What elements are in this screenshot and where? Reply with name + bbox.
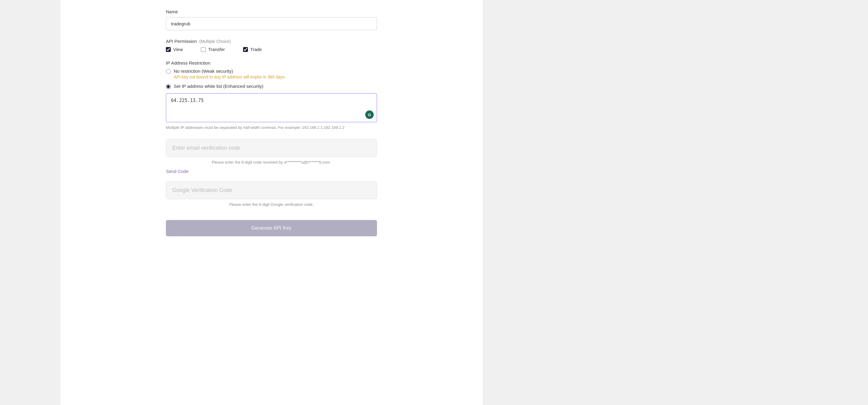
- no-restriction-radio[interactable]: [166, 69, 171, 74]
- trade-checkbox[interactable]: [243, 47, 248, 52]
- name-label: Name: [166, 9, 377, 14]
- no-restriction-radio-item[interactable]: No restriction (Weak security) API key n…: [166, 68, 377, 79]
- send-code-link[interactable]: Send Code: [166, 169, 188, 174]
- whitelist-radio-item[interactable]: Set IP address white list (Enhanced secu…: [166, 84, 377, 89]
- name-input[interactable]: [166, 17, 377, 30]
- grammarly-icon: G: [365, 111, 374, 119]
- google-code-input[interactable]: [166, 181, 377, 199]
- ip-textarea[interactable]: 64.225.13.75: [166, 93, 377, 121]
- view-checkbox-item[interactable]: View: [166, 47, 183, 52]
- trade-checkbox-item[interactable]: Trade: [243, 47, 262, 52]
- google-hint: Please enter the 6-digit Google verifica…: [166, 202, 377, 207]
- name-field-group: Name: [166, 9, 377, 30]
- page-wrapper: Name API Permission (Multiple Choice) Vi…: [0, 0, 868, 405]
- sidebar-left: [0, 0, 60, 405]
- email-verification-section: Please enter the 6-digit code received b…: [166, 139, 377, 174]
- ip-restriction-group: IP Address Restriction No restriction (W…: [166, 60, 377, 131]
- no-restriction-label: No restriction (Weak security): [174, 68, 233, 74]
- form-section: Name API Permission (Multiple Choice) Vi…: [166, 9, 377, 236]
- view-checkbox[interactable]: [166, 47, 171, 52]
- no-restriction-content: No restriction (Weak security) API key n…: [174, 68, 286, 79]
- transfer-label: Transfer: [208, 47, 225, 52]
- permission-checkboxes: View Transfer Trade: [166, 47, 377, 52]
- google-verification-section: Please enter the 6-digit Google verifica…: [166, 181, 377, 207]
- api-permission-label: API Permission (Multiple Choice): [166, 39, 377, 44]
- transfer-checkbox[interactable]: [201, 47, 206, 52]
- ip-textarea-wrapper: 64.225.13.75 G: [166, 93, 377, 122]
- view-label: View: [173, 47, 183, 52]
- main-content: Name API Permission (Multiple Choice) Vi…: [60, 0, 483, 405]
- sidebar-right: [483, 0, 543, 405]
- api-permission-group: API Permission (Multiple Choice) View Tr…: [166, 39, 377, 52]
- generate-api-key-button[interactable]: Generate API Key: [166, 220, 377, 236]
- email-hint: Please enter the 6-digit code received b…: [166, 160, 377, 165]
- email-code-input[interactable]: [166, 139, 377, 157]
- whitelist-label: Set IP address white list (Enhanced secu…: [174, 84, 263, 89]
- ip-radio-group: No restriction (Weak security) API key n…: [166, 68, 377, 89]
- transfer-checkbox-item[interactable]: Transfer: [201, 47, 225, 52]
- whitelist-radio[interactable]: [166, 84, 171, 89]
- ip-warning-text: API key not bound to any IP address will…: [174, 75, 286, 79]
- ip-hint: Multiple IP addresses must be separated …: [166, 125, 377, 131]
- trade-label: Trade: [250, 47, 262, 52]
- ip-restriction-label: IP Address Restriction: [166, 60, 377, 65]
